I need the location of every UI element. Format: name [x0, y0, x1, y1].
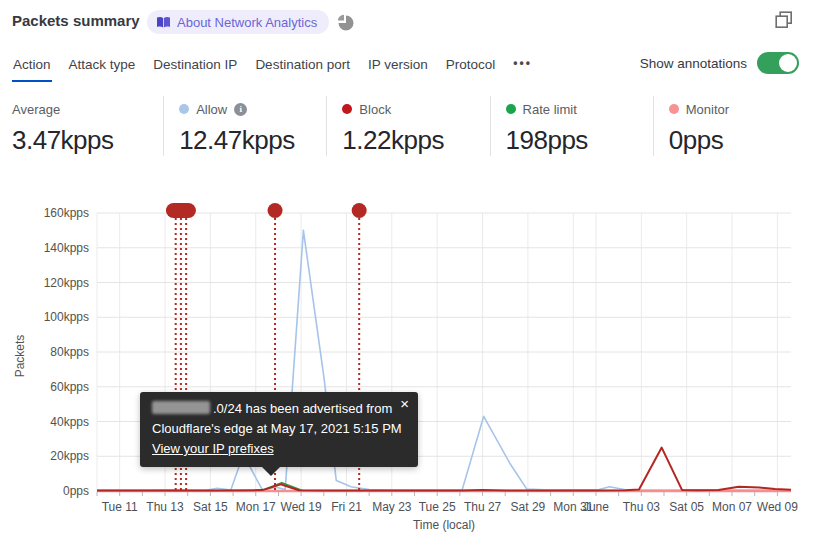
x-axis-tick-label: Mon 07: [712, 500, 752, 514]
y-axis-tick-label: 80kpps: [50, 345, 89, 359]
stat-allow: Allowi12.47kpps: [163, 96, 326, 156]
legend-dot-icon: [506, 104, 516, 114]
tab-attack-type[interactable]: Attack type: [68, 53, 137, 82]
view-ip-prefixes-link[interactable]: View your IP prefixes: [152, 441, 274, 456]
tabs-overflow-ellipsis-icon[interactable]: •••: [512, 52, 533, 82]
annotation-cluster-marker[interactable]: [166, 203, 196, 218]
redacted-ip-prefix: [152, 401, 210, 414]
x-axis-tick-label: Sat 05: [669, 500, 704, 514]
x-axis-tick-label: Wed 09: [757, 500, 798, 514]
tooltip-caret: [262, 467, 280, 476]
tooltip-link-row: View your IP prefixes: [152, 439, 406, 459]
x-axis-tick-label: Mon 17: [236, 500, 276, 514]
page-title: Packets summary: [12, 12, 140, 29]
y-axis-tick-label: 140kpps: [44, 241, 89, 255]
y-axis-title: Packets: [13, 335, 27, 378]
y-axis-tick-label: 100kpps: [44, 310, 89, 324]
network-analytics-panel: Packets summary About Network Analytics …: [0, 0, 816, 545]
tab-protocol[interactable]: Protocol: [445, 53, 497, 82]
tooltip-line-1: .0/24 has been advertised from: [152, 399, 406, 419]
stat-rate-limit: Rate limit198pps: [490, 96, 653, 156]
x-axis-tick-label: June: [583, 500, 609, 514]
stat-average: Average3.47kpps: [0, 96, 163, 156]
x-axis-tick-label: Thu 27: [464, 500, 502, 514]
overlap-windows-icon[interactable]: [775, 11, 793, 29]
toggle-knob: [779, 54, 797, 72]
about-network-analytics-badge[interactable]: About Network Analytics: [147, 10, 329, 34]
x-axis-tick-label: Sat 29: [511, 500, 546, 514]
y-axis-tick-label: 120kpps: [44, 276, 89, 290]
x-axis-tick-label: May 23: [372, 500, 412, 514]
x-axis-tick-label: Thu 03: [623, 500, 661, 514]
show-annotations-toggle[interactable]: [757, 52, 799, 74]
stat-label: Block: [359, 102, 391, 117]
legend-dot-icon: [669, 104, 679, 114]
pie-chart-icon: [337, 14, 354, 31]
stat-value: 3.47kpps: [12, 125, 163, 156]
y-axis-tick-label: 0pps: [63, 484, 89, 498]
annotation-marker[interactable]: [268, 203, 283, 218]
stat-label-row: Rate limit: [506, 100, 653, 118]
stat-monitor: Monitor0pps: [653, 96, 816, 156]
info-icon[interactable]: i: [234, 103, 247, 116]
x-axis-title: Time (local): [413, 518, 475, 532]
x-axis-tick-label: Wed 19: [281, 500, 322, 514]
toggle-label: Show annotations: [640, 56, 747, 71]
stat-label-row: Average: [12, 100, 163, 118]
stat-label: Allow: [196, 102, 227, 117]
tab-action[interactable]: Action: [12, 53, 52, 82]
stat-label: Average: [12, 102, 60, 117]
stat-value: 1.22kpps: [342, 125, 489, 156]
packets-line-chart: 0pps20kpps40kpps60kpps80kpps100kpps120kp…: [0, 190, 816, 545]
tab-destination-ip[interactable]: Destination IP: [152, 53, 238, 82]
tab-ip-version[interactable]: IP version: [367, 53, 429, 82]
stat-value: 12.47kpps: [179, 125, 326, 156]
annotation-marker[interactable]: [352, 203, 367, 218]
annotation-tooltip: × .0/24 has been advertised from Cloudfl…: [140, 392, 418, 467]
tooltip-line-2: Cloudflare's edge at May 17, 2021 5:15 P…: [152, 419, 406, 439]
x-axis-tick-label: Tue 11: [102, 500, 138, 514]
stat-label: Monitor: [686, 102, 729, 117]
stat-block: Block1.22kpps: [326, 96, 489, 156]
stat-label-row: Monitor: [669, 100, 816, 118]
y-axis-tick-label: 40kpps: [50, 415, 89, 429]
y-axis-tick-label: 160kpps: [44, 206, 89, 220]
close-icon[interactable]: ×: [400, 396, 409, 411]
stat-value: 0pps: [669, 125, 816, 156]
legend-dot-icon: [342, 104, 352, 114]
stat-label-row: Block: [342, 100, 489, 118]
x-axis-tick-label: Fri 21: [331, 500, 362, 514]
tab-destination-port[interactable]: Destination port: [254, 53, 351, 82]
dimension-tabs: ActionAttack typeDestination IPDestinati…: [12, 52, 533, 82]
x-axis-tick-label: Tue 25: [419, 500, 456, 514]
badge-label: About Network Analytics: [177, 15, 317, 30]
stat-value: 198pps: [506, 125, 653, 156]
x-axis-tick-label: Thu 13: [146, 500, 184, 514]
y-axis-tick-label: 20kpps: [50, 449, 89, 463]
book-icon: [156, 16, 171, 29]
y-axis-tick-label: 60kpps: [50, 380, 89, 394]
stat-label: Rate limit: [523, 102, 577, 117]
legend-dot-icon: [179, 104, 189, 114]
x-axis-tick-label: Sat 15: [193, 500, 228, 514]
annotations-toggle-group: Show annotations: [640, 52, 799, 74]
stats-row: Average3.47kppsAllowi12.47kppsBlock1.22k…: [0, 96, 816, 156]
stat-label-row: Allowi: [179, 100, 326, 118]
